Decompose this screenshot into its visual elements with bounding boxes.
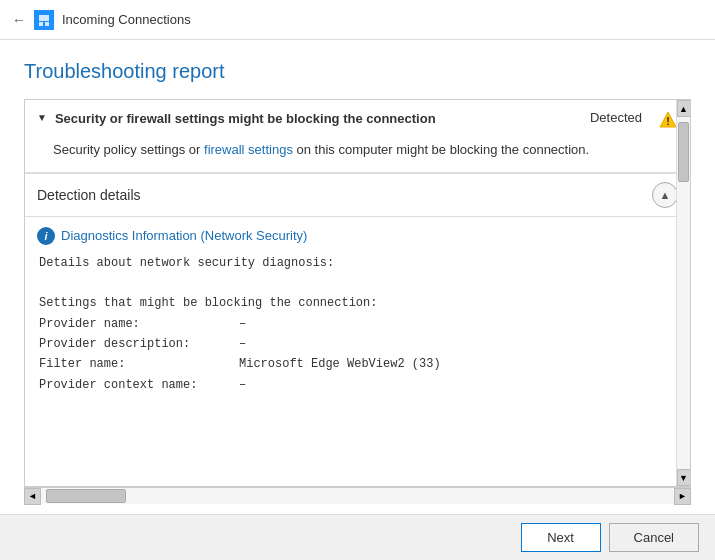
cancel-button[interactable]: Cancel xyxy=(609,523,699,552)
diag-line-provider-desc: Provider description: – xyxy=(39,334,678,354)
collapse-icon: ▲ xyxy=(660,189,671,201)
scroll-right-button[interactable]: ► xyxy=(674,488,691,505)
scroll-thumb-area[interactable] xyxy=(677,117,690,469)
diag-line-provider-context: Provider context name: – xyxy=(39,375,678,395)
horizontal-scrollbar[interactable]: ◄ ► xyxy=(24,487,691,504)
issue-header: ▼ Security or firewall settings might be… xyxy=(25,100,690,140)
scroll-up-icon: ▲ xyxy=(679,104,688,114)
diag-line-provider-name: Provider name: – xyxy=(39,314,678,334)
scroll-right-icon: ► xyxy=(678,491,687,501)
content-area: Troubleshooting report ▼ Security or fir… xyxy=(0,40,715,514)
svg-rect-3 xyxy=(45,22,49,26)
diag-value-filter-name: Microsoft Edge WebView2 (33) xyxy=(239,354,441,374)
warning-icon: ! xyxy=(658,110,678,130)
diagnostics-section: i Diagnostics Information (Network Secur… xyxy=(25,217,690,406)
svg-rect-1 xyxy=(39,15,49,21)
expand-arrow-icon[interactable]: ▼ xyxy=(37,112,47,123)
issue-section: ▼ Security or firewall settings might be… xyxy=(25,100,690,173)
report-scroll-area[interactable]: ▼ Security or firewall settings might be… xyxy=(25,100,690,486)
diag-line-2: Settings that might be blocking the conn… xyxy=(39,293,678,313)
diagnostics-title-row: i Diagnostics Information (Network Secur… xyxy=(37,227,678,245)
scroll-down-button[interactable]: ▼ xyxy=(677,469,691,486)
diagnostics-content: Details about network security diagnosis… xyxy=(37,253,678,396)
scroll-up-button[interactable]: ▲ xyxy=(677,100,691,117)
window-icon xyxy=(34,10,54,30)
info-icon: i xyxy=(37,227,55,245)
collapse-button[interactable]: ▲ xyxy=(652,182,678,208)
hscroll-thumb[interactable] xyxy=(46,489,126,503)
diagnostics-title: Diagnostics Information (Network Securit… xyxy=(61,228,307,243)
diag-line-blank xyxy=(39,273,678,293)
issue-description: Security policy settings or firewall set… xyxy=(25,140,690,172)
diag-text-1: Details about network security diagnosis… xyxy=(39,253,334,273)
scroll-left-button[interactable]: ◄ xyxy=(24,488,41,505)
page-title: Troubleshooting report xyxy=(24,60,691,83)
diag-value-provider-context: – xyxy=(239,375,246,395)
svg-rect-2 xyxy=(39,22,43,26)
scroll-down-icon: ▼ xyxy=(679,473,688,483)
hscroll-track[interactable] xyxy=(41,488,674,504)
detection-details-title: Detection details xyxy=(37,187,141,203)
diag-label-provider-desc: Provider description: xyxy=(39,334,239,354)
diag-label-provider-name: Provider name: xyxy=(39,314,239,334)
footer-bar: Next Cancel xyxy=(0,514,715,560)
window-title: Incoming Connections xyxy=(62,12,191,27)
vertical-scrollbar[interactable]: ▲ ▼ xyxy=(676,100,690,486)
firewall-link[interactable]: firewall settings xyxy=(204,142,293,157)
diag-value-provider-desc: – xyxy=(239,334,246,354)
diag-text-2: Settings that might be blocking the conn… xyxy=(39,293,377,313)
back-button[interactable]: ← xyxy=(12,12,26,28)
diag-label-filter-name: Filter name: xyxy=(39,354,239,374)
diag-line-1: Details about network security diagnosis… xyxy=(39,253,678,273)
scroll-thumb[interactable] xyxy=(678,122,689,182)
issue-status-badge: Detected xyxy=(590,110,642,125)
detection-details-header: Detection details ▲ xyxy=(25,173,690,217)
title-bar: ← Incoming Connections xyxy=(0,0,715,40)
report-container: ▼ Security or firewall settings might be… xyxy=(24,99,691,487)
diag-line-filter-name: Filter name: Microsoft Edge WebView2 (33… xyxy=(39,354,678,374)
svg-text:!: ! xyxy=(666,115,670,127)
scroll-left-icon: ◄ xyxy=(28,491,37,501)
diag-label-provider-context: Provider context name: xyxy=(39,375,239,395)
diag-value-provider-name: – xyxy=(239,314,246,334)
next-button[interactable]: Next xyxy=(521,523,601,552)
issue-title: Security or firewall settings might be b… xyxy=(55,110,582,128)
